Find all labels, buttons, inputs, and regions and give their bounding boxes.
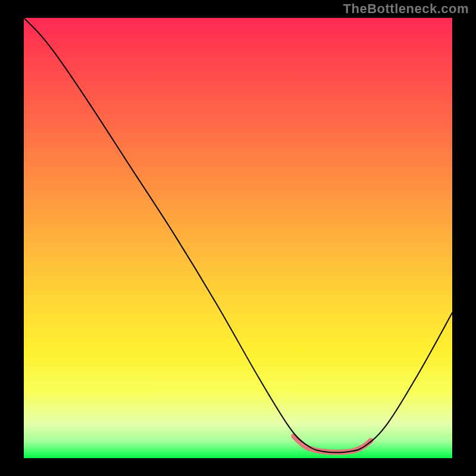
plot-area [24,18,452,458]
watermark-label: TheBottleneck.com [343,1,469,17]
chart-frame: TheBottleneck.com [0,0,476,476]
main-curve-path [24,18,452,452]
chart-svg [24,18,452,458]
